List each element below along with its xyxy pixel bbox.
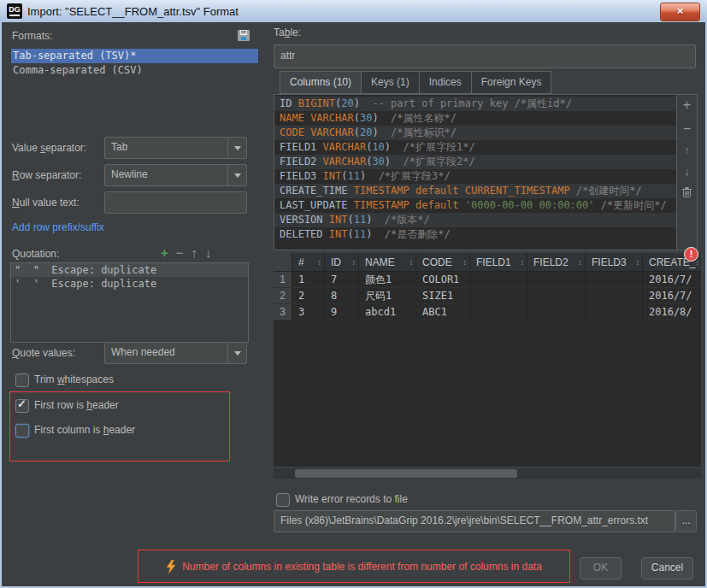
combo-arrow-button[interactable] [227,165,246,185]
tab-keys-1[interactable]: Keys (1) [361,71,419,94]
move-down-button[interactable]: ↓ [205,246,212,259]
quotation-rule-row[interactable]: ' ' Escape: duplicate [11,277,248,291]
tab-indices[interactable]: Indices [419,71,471,94]
move-column-down-button[interactable]: ↓ [677,165,697,178]
move-column-up-button[interactable]: ↑ [677,144,697,156]
grid-column-header[interactable]: ID↕ [325,253,359,272]
remove-column-button[interactable]: − [677,122,697,135]
ddl-line: FIELD2 VARCHAR(30) /*扩展字段2*/ [274,155,676,169]
error-file-path-input[interactable]: Files (x86)\JetBrains\DataGrip 2016.2\jr… [274,510,675,532]
grid-corner [274,253,292,272]
combo-arrow-button[interactable] [227,138,246,158]
ddl-line: LAST_UPDATE TIMESTAMP default '0000-00-0… [274,198,676,213]
ddl-line: FIELD1 VARCHAR(10) /*扩展字段1*/ [274,140,676,155]
ddl-line: ID BIGINT(20) -- part of primary key /*属… [274,97,676,111]
tab-columns-10[interactable]: Columns (10) [280,71,361,94]
horizontal-scrollbar[interactable] [274,468,701,479]
add-column-button[interactable]: + [677,98,697,111]
save-format-button[interactable] [236,28,251,44]
quotation-toolbar: + − ↑ ↓ [161,246,212,259]
format-option[interactable]: Tab-separated (TSV)* [11,49,258,63]
grid-cell [586,272,643,288]
minus-icon: − [683,121,691,136]
import-dialog-window: DG Import: "SELECT__FROM_attr.tsv" Forma… [0,0,707,588]
grid-column-header[interactable]: #↕ [292,253,325,272]
sort-icon: ↕ [521,253,527,272]
grid-data-row: 117颜色1COLOR12016/7/ [274,272,701,288]
quotation-rule-row[interactable]: " " Escape: duplicate [11,263,248,277]
grid-column-header[interactable]: FIELD1↕ [470,253,527,272]
grid-data-row: 228尺码1SIZE12016/7/ [274,288,701,304]
table-name-input[interactable]: attr [274,44,696,68]
sort-icon: ↕ [636,253,643,272]
grid-cell [586,304,643,320]
ddl-text: ID BIGINT(20) -- part of primary key /*属… [274,95,676,250]
row-separator-label: Row separator: [12,169,81,181]
format-option[interactable]: Comma-separated (CSV) [11,63,258,78]
value-separator-label: Value separator: [12,142,86,154]
ddl-line: NAME VARCHAR(30) /*属性名称*/ [274,111,676,126]
ddl-line: FIELD3 INT(11) /*扩展字段3*/ [274,169,676,184]
grid-data-row: 339abcd1ABC12016/8/ [274,304,701,320]
grid-cell: 尺码1 [359,288,416,304]
arrow-down-icon: ↓ [684,165,690,178]
grid-column-header[interactable]: FIELD2↕ [527,253,586,272]
warning-text: Number of columns in existing table is d… [182,561,542,573]
grid-cell: abcd1 [359,304,416,320]
row-number: 1 [274,272,292,288]
grid-cell [586,288,643,304]
checkbox-icon: ✓ [15,373,29,387]
chevron-down-icon [234,351,241,356]
browse-button[interactable]: ... [675,510,697,532]
dialog-content: Formats: Tab-separated (TSV)*Comma-separ… [2,22,705,586]
grid-column-header[interactable]: NAME↕ [359,253,416,272]
combo-arrow-button[interactable] [227,343,246,363]
ddl-line: CODE VARCHAR(20) /*属性标识*/ [274,126,676,140]
grid-cell: SIZE1 [416,288,470,304]
sort-icon: ↕ [409,253,416,272]
quotation-label: Quotation: [12,248,59,260]
tab-foreign-keys[interactable]: Foreign Keys [471,71,552,94]
checkbox-icon: ✓ [276,493,290,507]
grid-column-header[interactable]: FIELD3↕ [586,253,643,272]
preview-grid: #↕ID↕NAME↕CODE↕FIELD1↕FIELD2↕FIELD3↕CREA… [274,253,701,467]
add-row-prefix-suffix-link[interactable]: Add row prefix/suffix [12,221,104,233]
cancel-button[interactable]: Cancel [641,557,693,579]
grid-cell: 3 [292,304,325,320]
sort-icon: ↕ [579,253,586,272]
table-label: Table: [274,26,301,38]
grid-cell: 1 [292,272,325,288]
ok-button[interactable]: OK [580,557,622,579]
write-error-records-label: Write error records to file [295,493,408,505]
delete-button[interactable] [677,186,697,200]
grid-column-header[interactable]: CODE↕ [416,253,470,272]
chevron-down-icon [234,173,241,178]
quote-values-combo[interactable]: When needed [104,342,247,364]
quote-values-label: Quote values: [12,347,75,359]
ddl-editor[interactable]: ID BIGINT(20) -- part of primary key /*属… [274,94,698,250]
grid-cell: 7 [325,272,359,288]
remove-quotation-button[interactable]: − [176,246,184,259]
ddl-line: CREATE_TIME TIMESTAMP default CURRENT_TI… [274,184,676,198]
row-separator-combo[interactable]: Newline [104,164,247,186]
quotation-list: " " Escape: duplicate' ' Escape: duplica… [10,262,249,343]
grid-cell [470,304,527,320]
grid-cell: COLOR1 [416,272,470,288]
null-value-input[interactable] [104,191,247,214]
grid-cell: 2016/7/ [643,288,701,304]
checkbox-icon: ✓ [15,424,29,438]
ellipsis-icon: ... [681,514,690,526]
move-up-button[interactable]: ↑ [191,246,198,259]
sort-icon: ↕ [318,253,325,272]
close-button[interactable]: × [660,3,700,21]
grid-cell [527,272,586,288]
scrollbar-thumb[interactable] [295,469,517,478]
row-number: 2 [274,288,292,304]
value-separator-combo[interactable]: Tab [104,137,247,159]
grid-cell [527,304,586,320]
grid-header-row: #↕ID↕NAME↕CODE↕FIELD1↕FIELD2↕FIELD3↕CREA… [274,253,701,272]
grid-cell: 9 [325,304,359,320]
plus-icon: + [161,245,168,260]
grid-cell [470,272,527,288]
add-quotation-button[interactable]: + [161,246,168,259]
